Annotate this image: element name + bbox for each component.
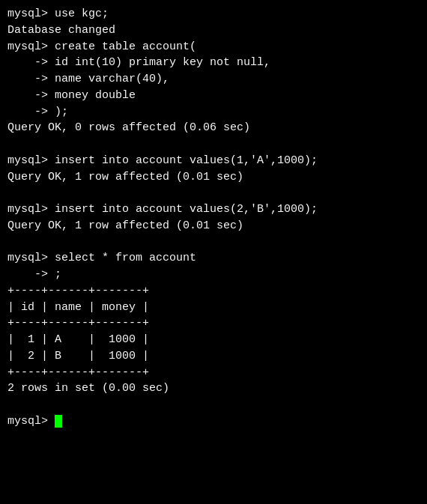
terminal-continuation: -> ; [7,267,420,283]
terminal-continuation: -> id int(10) primary key not null, [7,55,420,71]
terminal-continuation: -> ); [7,104,420,121]
terminal-output: Database changed [7,22,420,39]
terminal-output: +----+------+-------+ [7,315,420,332]
terminal-prompt: mysql> insert into account values(1,'A',… [7,153,420,169]
terminal-output: Query OK, 1 row affected (0.01 sec) [7,218,420,234]
terminal-continuation: -> money double [7,88,420,104]
terminal-output: Query OK, 0 rows affected (0.06 sec) [7,120,420,136]
terminal-output: | 1 | A | 1000 | [7,332,420,348]
terminal-output: 2 rows in set (0.00 sec) [7,380,420,397]
terminal-output: | 2 | B | 1000 | [7,348,420,365]
terminal-window: mysql> use kgc;Database changedmysql> cr… [7,6,420,498]
prompt-with-cursor: mysql> [7,413,420,430]
terminal-prompt: mysql> select * from account [7,250,420,267]
terminal-output: | id | name | money | [7,300,420,316]
terminal-prompt: mysql> insert into account values(2,'B',… [7,201,420,218]
cursor [55,415,62,428]
empty-line [7,234,420,251]
empty-line [7,397,420,413]
empty-line [7,136,420,153]
terminal-prompt: mysql> use kgc; [7,6,420,22]
terminal-output: Query OK, 1 row affected (0.01 sec) [7,169,420,186]
terminal-output: +----+------+-------+ [7,365,420,381]
terminal-continuation: -> name varchar(40), [7,71,420,88]
empty-line [7,185,420,201]
terminal-output: +----+------+-------+ [7,283,420,300]
terminal-prompt: mysql> create table account( [7,39,420,55]
